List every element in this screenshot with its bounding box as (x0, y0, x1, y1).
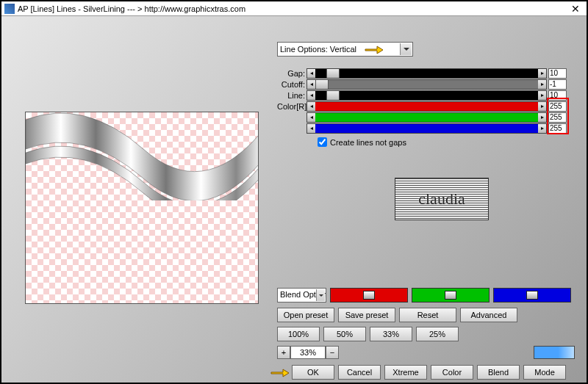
arrow-left-icon[interactable]: ◂ (307, 113, 315, 122)
mode-button[interactable]: Mode (523, 365, 566, 380)
chevron-down-icon (400, 43, 412, 55)
color-g-row: ◂ ▸ 255 (277, 112, 567, 123)
create-lines-label: Create lines not gaps (330, 138, 406, 147)
percent-33-button[interactable]: 33% (370, 327, 412, 341)
arrow-left-icon[interactable]: ◂ (307, 102, 315, 111)
dialog-window: AP [Lines] Lines - SilverLining --- > ht… (0, 0, 588, 384)
arrow-left-icon[interactable]: ◂ (307, 124, 315, 133)
advanced-button[interactable]: Advanced (460, 308, 517, 322)
blend-button[interactable]: Blend (477, 365, 520, 380)
ok-button[interactable]: OK (292, 365, 334, 380)
slider-thumb[interactable] (526, 291, 538, 300)
slider-thumb[interactable] (363, 291, 375, 300)
brand-text: claudia (418, 189, 465, 209)
cutoff-value[interactable]: -1 (548, 79, 567, 90)
reset-button[interactable]: Reset (399, 308, 456, 322)
close-button[interactable]: ✕ (567, 3, 584, 15)
gap-value[interactable]: 10 (548, 68, 567, 79)
zoom-increase-button[interactable]: + (277, 346, 290, 359)
preset-button-row: Open preset Save preset Reset Advanced (277, 308, 517, 322)
arrow-right-icon[interactable]: ▸ (538, 80, 546, 89)
arrow-right-icon[interactable]: ▸ (538, 113, 546, 122)
zoom-value[interactable]: 33% (290, 346, 326, 359)
create-lines-checkbox[interactable] (318, 137, 327, 147)
color-r-label: Color[R]: (277, 102, 306, 111)
cutoff-label: Cutoff: (277, 80, 306, 89)
blend-b-slider[interactable] (493, 288, 571, 303)
slider-thumb[interactable] (445, 291, 456, 300)
line-thumb[interactable] (326, 91, 340, 100)
cutoff-row: Cutoff: ◂ ▸ -1 (277, 79, 567, 90)
gap-label: Gap: (277, 69, 306, 78)
gap-thumb[interactable] (326, 69, 340, 78)
percent-100-button[interactable]: 100% (277, 327, 320, 341)
create-lines-checkbox-row: Create lines not gaps (318, 137, 406, 147)
window-title: AP [Lines] Lines - SilverLining --- > ht… (18, 4, 567, 13)
percent-button-row: 100% 50% 33% 25% (277, 327, 459, 341)
blend-option-combo[interactable]: Blend Option (277, 288, 326, 303)
zoom-row: + 33% − (277, 346, 339, 359)
gap-slider[interactable]: ◂ ▸ (306, 68, 547, 79)
blend-r-slider[interactable] (330, 288, 408, 303)
chevron-down-icon (316, 289, 325, 301)
app-icon (4, 4, 15, 14)
color-b-value[interactable]: 255 (548, 123, 567, 134)
color-r-slider[interactable]: ◂ ▸ (306, 101, 547, 112)
arrow-right-icon[interactable]: ▸ (538, 69, 546, 78)
dialog-button-row: OK Cancel Xtreme Color Blend Mode (292, 365, 566, 380)
color-g-value[interactable]: 255 (548, 112, 567, 123)
line-label: Line: (277, 91, 306, 100)
line-slider[interactable]: ◂ ▸ (306, 90, 547, 101)
arrow-right-icon[interactable]: ▸ (538, 91, 546, 100)
zoom-decrease-button[interactable]: − (326, 346, 339, 359)
xtreme-button[interactable]: Xtreme (384, 365, 427, 380)
silver-lining-graphic (26, 112, 259, 200)
arrow-left-icon[interactable]: ◂ (307, 80, 315, 89)
color-swatch[interactable] (534, 346, 575, 359)
color-r-value[interactable]: 255 (548, 101, 567, 112)
color-b-row: ◂ ▸ 255 (277, 123, 567, 134)
pointing-hand-icon (270, 365, 290, 380)
open-preset-button[interactable]: Open preset (277, 308, 334, 322)
color-g-slider[interactable]: ◂ ▸ (306, 112, 547, 123)
preview-canvas (25, 112, 259, 304)
line-options-value: Line Options: Vertical (280, 45, 356, 54)
color-b-slider[interactable]: ◂ ▸ (306, 123, 547, 134)
cancel-button[interactable]: Cancel (338, 365, 381, 380)
arrow-left-icon[interactable]: ◂ (307, 91, 315, 100)
color-button[interactable]: Color (431, 365, 473, 380)
pointing-hand-icon (364, 42, 384, 57)
blend-g-slider[interactable] (412, 288, 490, 303)
zoom-spinner: + 33% − (277, 346, 339, 359)
cutoff-slider[interactable]: ◂ ▸ (306, 79, 547, 90)
percent-25-button[interactable]: 25% (416, 327, 459, 341)
brand-logo: claudia (395, 178, 489, 220)
content-area: Line Options: Vertical Gap: ◂ ▸ 10 Cutof… (1, 16, 587, 383)
line-options-combo[interactable]: Line Options: Vertical (277, 42, 413, 57)
percent-50-button[interactable]: 50% (323, 327, 366, 341)
titlebar: AP [Lines] Lines - SilverLining --- > ht… (1, 1, 587, 16)
color-r-row: Color[R]: ◂ ▸ 255 (277, 101, 567, 112)
save-preset-button[interactable]: Save preset (338, 308, 395, 322)
blend-row: Blend Option (277, 288, 571, 303)
line-row: Line: ◂ ▸ 10 (277, 90, 567, 101)
gap-row: Gap: ◂ ▸ 10 (277, 68, 567, 79)
cutoff-thumb[interactable] (315, 80, 329, 89)
arrow-right-icon[interactable]: ▸ (538, 124, 546, 133)
line-value[interactable]: 10 (548, 90, 567, 101)
arrow-right-icon[interactable]: ▸ (538, 102, 546, 111)
arrow-left-icon[interactable]: ◂ (307, 69, 315, 78)
